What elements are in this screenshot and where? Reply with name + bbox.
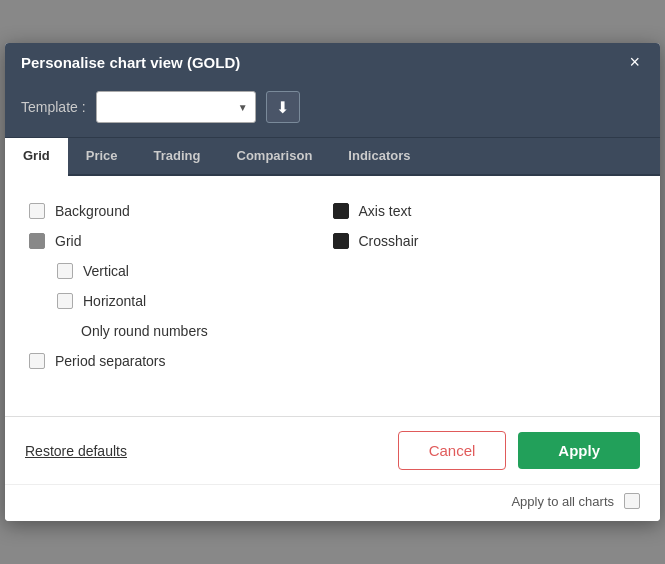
tab-trading[interactable]: Trading [136,138,219,176]
round-numbers-option: Only round numbers [29,316,333,346]
dialog-header: Personalise chart view (GOLD) × [5,43,660,81]
apply-all-checkbox[interactable] [624,493,640,509]
grid-option: Grid [29,226,333,256]
tab-grid[interactable]: Grid [5,138,68,176]
background-label: Background [55,203,130,219]
right-column: Axis text Crosshair [333,196,637,376]
footer-actions: Cancel Apply [398,431,640,470]
tab-price[interactable]: Price [68,138,136,176]
vertical-label: Vertical [83,263,129,279]
apply-button[interactable]: Apply [518,432,640,469]
template-select[interactable] [96,91,256,123]
restore-defaults-button[interactable]: Restore defaults [25,443,127,459]
axis-text-color[interactable] [333,203,349,219]
grid-checkbox[interactable] [29,233,45,249]
axis-text-option: Axis text [333,196,637,226]
template-label: Template : [21,99,86,115]
horizontal-option: Horizontal [29,286,333,316]
tab-indicators[interactable]: Indicators [330,138,428,176]
tabs-row: Grid Price Trading Comparison Indicators [5,138,660,176]
dialog-title: Personalise chart view (GOLD) [21,54,240,71]
crosshair-color[interactable] [333,233,349,249]
horizontal-label: Horizontal [83,293,146,309]
axis-text-label: Axis text [359,203,412,219]
round-numbers-label: Only round numbers [81,323,208,339]
close-button[interactable]: × [625,53,644,71]
crosshair-option: Crosshair [333,226,637,256]
left-column: Background Grid Vertical Horizontal [29,196,333,376]
period-separators-option: Period separators [29,346,333,376]
period-separators-label: Period separators [55,353,166,369]
apply-all-label: Apply to all charts [511,494,614,509]
download-icon: ⬇ [276,98,289,117]
cancel-button[interactable]: Cancel [398,431,507,470]
options-grid: Background Grid Vertical Horizontal [29,196,636,376]
dialog: Personalise chart view (GOLD) × Template… [5,43,660,521]
grid-label: Grid [55,233,81,249]
template-select-wrap: ▼ [96,91,256,123]
vertical-option: Vertical [29,256,333,286]
vertical-checkbox[interactable] [57,263,73,279]
horizontal-checkbox[interactable] [57,293,73,309]
template-row: Template : ▼ ⬇ [5,81,660,138]
footer: Restore defaults Cancel Apply [5,416,660,484]
template-download-button[interactable]: ⬇ [266,91,300,123]
tab-comparison[interactable]: Comparison [219,138,331,176]
apply-all-row: Apply to all charts [5,484,660,521]
background-checkbox[interactable] [29,203,45,219]
crosshair-label: Crosshair [359,233,419,249]
background-option: Background [29,196,333,226]
period-separators-checkbox[interactable] [29,353,45,369]
content-area: Background Grid Vertical Horizontal [5,176,660,416]
